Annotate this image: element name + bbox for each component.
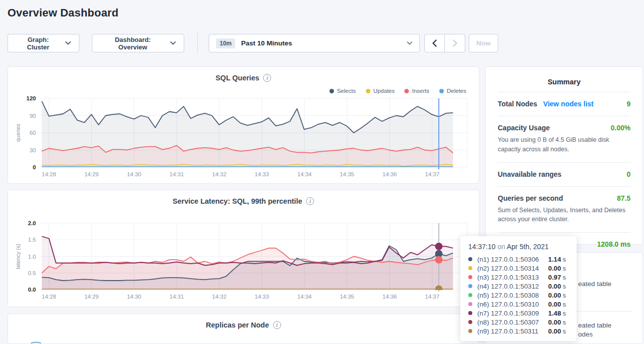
svg-text:90: 90 (29, 113, 36, 119)
total-nodes-value: 9 (627, 100, 631, 108)
svg-text:2.0: 2.0 (28, 220, 36, 226)
event-item[interactable]: eated table (578, 322, 612, 329)
service-latency-chart[interactable]: 14:2814:2914:3014:3114:3214:3314:3414:35… (8, 213, 480, 308)
node-latency-unit: s (563, 274, 566, 281)
replicas-per-node-title: Replicas per Node i (8, 314, 479, 329)
svg-text:14:28: 14:28 (42, 171, 56, 177)
replicas-per-node-panel: Replicas per Node i (7, 314, 479, 344)
dashboard-dropdown-label: Dashboard: Overview (100, 36, 165, 51)
unavailable-ranges-label: Unavailable ranges (498, 170, 562, 178)
graph-dropdown-label: Graph: Cluster (16, 36, 60, 51)
node-color-dot (468, 311, 472, 315)
node-address: (n7) 127.0.0.1:50309 (477, 310, 548, 317)
time-pager (424, 34, 465, 52)
node-address: (n3) 127.0.0.1:50313 (477, 274, 548, 281)
svg-text:0.5: 0.5 (28, 270, 36, 276)
graph-dropdown[interactable]: Graph: Cluster (7, 34, 79, 52)
time-prev-button[interactable] (424, 34, 445, 52)
summary-row-capacity: Capacity Usage 0.00% You are using 0 B o… (498, 116, 631, 162)
node-address: (n2) 127.0.0.1:50314 (477, 265, 548, 272)
summary-row-total-nodes: Total Nodes View nodes list 9 (498, 92, 631, 116)
svg-text:14:32: 14:32 (212, 294, 227, 300)
svg-text:1.5: 1.5 (28, 237, 36, 243)
svg-text:14:30: 14:30 (127, 171, 141, 177)
node-latency-unit: s (563, 283, 566, 290)
info-icon[interactable]: i (263, 74, 271, 82)
sql-queries-panel: SQL Queries i SelectsUpdatesInsertsDelet… (7, 66, 479, 184)
time-next-button[interactable] (445, 34, 465, 52)
node-latency-value: 1.48 (548, 310, 561, 317)
node-color-dot (468, 257, 472, 261)
info-icon[interactable]: i (306, 197, 314, 205)
svg-text:14:35: 14:35 (340, 294, 354, 300)
summary-row-unavailable: Unavailable ranges 0 (498, 162, 631, 186)
tooltip-node-row: (n3) 127.0.0.1:503130.97s (468, 273, 569, 282)
node-color-dot (468, 302, 472, 306)
node-latency-value: 0.00 (548, 328, 561, 335)
node-color-dot (468, 329, 472, 333)
svg-text:14:32: 14:32 (212, 171, 227, 177)
time-range-selector[interactable]: 10m Past 10 Minutes (209, 34, 420, 52)
svg-text:14:33: 14:33 (255, 294, 269, 300)
info-icon[interactable]: i (273, 321, 281, 329)
svg-text:14:34: 14:34 (297, 294, 312, 300)
tooltip-node-row: (n1) 127.0.0.1:503061.14s (468, 255, 569, 264)
page-title: Overview Dashboard (7, 6, 118, 19)
node-address: (n4) 127.0.0.1:50312 (477, 283, 548, 290)
dashboard-dropdown[interactable]: Dashboard: Overview (92, 34, 184, 52)
svg-text:14:36: 14:36 (382, 294, 397, 300)
svg-text:14:37: 14:37 (425, 294, 439, 300)
unavailable-ranges-value: 0 (627, 170, 631, 178)
node-latency-value: 0.00 (548, 265, 561, 272)
capacity-usage-desc: You are using 0 B of 4.5 GiB usable disk… (498, 135, 631, 154)
svg-text:14:31: 14:31 (170, 171, 184, 177)
replicas-chart-edge (30, 342, 41, 344)
chevron-left-icon (432, 39, 437, 47)
sql-queries-chart[interactable]: 14:2814:2914:3014:3114:3214:3314:3414:35… (8, 89, 480, 184)
tooltip-node-row: (n8) 127.0.0.1:503070.00s (468, 318, 569, 327)
svg-text:14:36: 14:36 (382, 171, 397, 177)
svg-text:14:34: 14:34 (297, 171, 312, 177)
time-range-badge: 10m (216, 38, 235, 48)
node-latency-value: 0.00 (548, 301, 561, 308)
node-color-dot (468, 293, 472, 297)
chevron-down-icon (407, 41, 412, 45)
node-address: (n8) 127.0.0.1:50307 (477, 319, 548, 326)
tooltip-node-row: (n2) 127.0.0.1:503140.00s (468, 264, 569, 273)
node-latency-value: 0.00 (548, 319, 561, 326)
qps-value: 87.5 (617, 194, 631, 202)
svg-text:0: 0 (33, 164, 36, 170)
svg-text:60: 60 (29, 130, 36, 136)
node-address: (n9) 127.0.0.1:50311 (477, 328, 548, 335)
node-latency-value: 1.14 (548, 256, 561, 263)
summary-row-qps: Queries per second 87.5 Sum of Selects, … (498, 186, 631, 233)
svg-text:14:30: 14:30 (127, 294, 141, 300)
chevron-down-icon (170, 41, 176, 45)
svg-text:14:29: 14:29 (84, 171, 99, 177)
overview-dashboard-page: Overview Dashboard Graph: Cluster Dashbo… (0, 0, 644, 344)
tooltip-node-row: (n7) 127.0.0.1:503091.48s (468, 309, 569, 318)
svg-text:120: 120 (26, 95, 36, 101)
node-latency-unit: s (563, 310, 566, 317)
svg-text:14:31: 14:31 (170, 294, 184, 300)
node-color-dot (468, 284, 472, 288)
svg-text:14:33: 14:33 (255, 171, 269, 177)
tooltip-timestamp: 14:37:10 on Apr 5th, 2021 (468, 243, 569, 251)
chevron-right-icon (453, 39, 457, 47)
svg-text:0.0: 0.0 (28, 287, 36, 293)
tooltip-node-row: (n5) 127.0.0.1:503080.00s (468, 291, 569, 300)
svg-text:14:35: 14:35 (340, 171, 354, 177)
tooltip-rows: (n1) 127.0.0.1:503061.14s(n2) 127.0.0.1:… (468, 255, 569, 336)
service-latency-title: Service Latency: SQL, 99th percentile i (8, 190, 479, 205)
view-nodes-list-link[interactable]: View nodes list (543, 100, 594, 108)
p99-latency-value: 1208.0 ms (597, 240, 631, 248)
event-item[interactable]: eated table (578, 280, 612, 288)
event-item[interactable]: odes (578, 331, 593, 338)
node-color-dot (468, 275, 472, 279)
now-button[interactable]: Now (469, 34, 498, 52)
capacity-usage-value: 0.00% (611, 124, 631, 132)
sql-queries-title: SQL Queries i (8, 67, 479, 82)
toolbar-divider (197, 32, 198, 53)
node-latency-unit: s (563, 292, 566, 299)
node-latency-unit: s (563, 319, 566, 326)
